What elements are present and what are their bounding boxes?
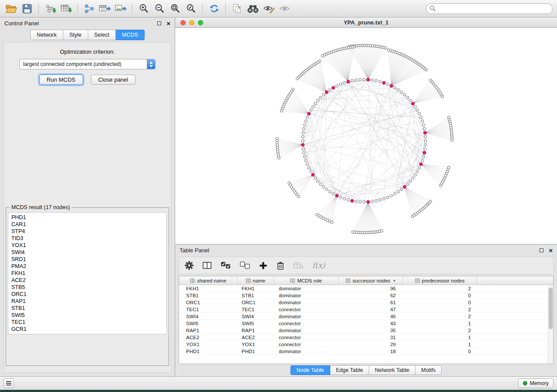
export-image-button[interactable] bbox=[114, 2, 128, 16]
result-node-item[interactable]: SRD1 bbox=[8, 256, 166, 263]
cell-role: dominator bbox=[274, 299, 339, 306]
result-node-item[interactable]: STP4 bbox=[8, 228, 166, 235]
window-maximize-icon[interactable] bbox=[198, 20, 203, 25]
result-node-item[interactable]: STB1 bbox=[8, 305, 166, 312]
result-node-item[interactable]: TID3 bbox=[8, 235, 166, 242]
result-node-item[interactable]: CAR1 bbox=[8, 221, 166, 228]
zoom-in-icon bbox=[138, 3, 149, 14]
delete-column-button[interactable] bbox=[276, 259, 285, 272]
show-columns-button[interactable] bbox=[203, 259, 212, 272]
close-panel-icon[interactable]: × bbox=[549, 247, 553, 254]
network-view-window: YPA_prune.txt_1 bbox=[175, 17, 557, 244]
zoom-fit-button[interactable] bbox=[168, 2, 182, 16]
result-node-item[interactable]: ORC1 bbox=[8, 291, 166, 298]
column-header-shared-name[interactable]: shared name bbox=[179, 276, 238, 285]
eye-disabled-icon bbox=[279, 4, 291, 13]
columns-icon bbox=[203, 261, 212, 269]
result-node-item[interactable]: FKH1 bbox=[8, 270, 166, 277]
unchecked-boxes-icon bbox=[240, 261, 250, 269]
cell-successors: 18 bbox=[339, 348, 403, 355]
tab-network[interactable]: Network bbox=[30, 30, 63, 40]
table-panel-tabs: Node TableEdge TableNetwork TableMotifs bbox=[175, 364, 557, 376]
export-table-button[interactable] bbox=[98, 2, 112, 16]
table-row[interactable]: ORC1ORC1dominator610 bbox=[179, 299, 553, 306]
network-graph-svg bbox=[175, 28, 557, 244]
tab-style[interactable]: Style bbox=[63, 30, 88, 40]
table-row[interactable]: TEC1TEC1connector472 bbox=[179, 306, 553, 313]
result-node-item[interactable]: YOX1 bbox=[8, 242, 166, 249]
cell-successors: 96 bbox=[339, 285, 403, 292]
table-row[interactable]: RAP1RAP1dominator352 bbox=[179, 327, 553, 334]
result-node-item[interactable]: PHD1 bbox=[8, 214, 166, 221]
result-node-item[interactable]: PMA2 bbox=[8, 263, 166, 270]
criterion-select[interactable]: largest connected component (undirected) bbox=[19, 59, 156, 69]
import-network-button[interactable] bbox=[43, 2, 57, 16]
window-minimize-icon[interactable] bbox=[189, 20, 194, 25]
float-panel-icon[interactable] bbox=[157, 21, 161, 25]
annotation-mode-button[interactable] bbox=[262, 2, 276, 16]
cell-successors: 47 bbox=[339, 306, 403, 313]
tab-mcds[interactable]: MCDS bbox=[116, 30, 145, 40]
find-button[interactable] bbox=[246, 2, 260, 16]
column-header-name[interactable]: name bbox=[238, 276, 274, 285]
result-node-item[interactable]: RAP1 bbox=[8, 298, 166, 305]
zoom-out-button[interactable] bbox=[152, 2, 166, 16]
result-node-item[interactable]: SWI4 bbox=[8, 249, 166, 256]
export-network-button[interactable] bbox=[82, 2, 96, 16]
scrollbar-thumb[interactable] bbox=[549, 288, 553, 329]
import-table-button[interactable] bbox=[59, 2, 73, 16]
clone-document-icon bbox=[232, 3, 242, 14]
close-panel-button[interactable]: Close panel bbox=[91, 75, 136, 85]
open-session-button[interactable] bbox=[4, 2, 18, 16]
table-row[interactable]: YOX1YOX1connector291 bbox=[179, 341, 553, 348]
function-builder-button[interactable]: f(x) bbox=[312, 259, 325, 272]
window-close-icon[interactable] bbox=[180, 20, 186, 25]
cell-predecessors: 2 bbox=[403, 313, 477, 320]
zoom-selected-button[interactable] bbox=[184, 2, 198, 16]
tab-node-table[interactable]: Node Table bbox=[291, 365, 330, 375]
table-row[interactable]: SWI4SWI4dominator462 bbox=[179, 313, 553, 320]
import-network-icon bbox=[45, 3, 56, 14]
search-input[interactable] bbox=[426, 3, 553, 14]
memory-button[interactable]: Memory bbox=[518, 378, 554, 388]
table-row[interactable]: ACE2ACE2connector311 bbox=[179, 334, 553, 341]
refresh-icon bbox=[209, 3, 220, 14]
run-mcds-button[interactable]: Run MCDS bbox=[39, 75, 83, 85]
cell-successors: 35 bbox=[339, 327, 403, 334]
select-all-button[interactable] bbox=[221, 259, 231, 272]
tab-edge-table[interactable]: Edge Table bbox=[330, 365, 369, 375]
save-session-button[interactable] bbox=[20, 2, 34, 16]
result-node-item[interactable]: STB5 bbox=[8, 284, 166, 291]
zoom-in-button[interactable] bbox=[137, 2, 151, 16]
apply-layout-button[interactable] bbox=[207, 2, 221, 16]
column-header-predecessor-nodes[interactable]: predecessor nodes bbox=[403, 276, 477, 285]
result-node-item[interactable]: GCR1 bbox=[8, 326, 166, 333]
table-settings-button[interactable] bbox=[184, 259, 194, 272]
table-panel-header: Table Panel × bbox=[175, 244, 557, 256]
table-row[interactable]: PHD1PHD1dominator180 bbox=[179, 348, 553, 355]
table-row[interactable]: STB1STB1dominator620 bbox=[179, 292, 553, 299]
clone-network-button[interactable] bbox=[230, 2, 244, 16]
table-row[interactable]: SWI5SWI5connector431 bbox=[179, 320, 553, 327]
cell-name: SWI5 bbox=[238, 320, 274, 327]
column-header-successor-nodes[interactable]: successor nodes▾ bbox=[339, 276, 403, 285]
tab-motifs[interactable]: Motifs bbox=[415, 365, 442, 375]
close-panel-icon[interactable]: × bbox=[166, 20, 170, 27]
result-node-item[interactable]: SWI5 bbox=[8, 312, 166, 319]
result-node-item[interactable]: TEC1 bbox=[8, 319, 166, 326]
tab-select[interactable]: Select bbox=[88, 30, 116, 40]
table-row[interactable]: FKH1FKH1dominator962 bbox=[179, 285, 553, 292]
tab-network-table[interactable]: Network Table bbox=[369, 365, 415, 375]
zoom-out-icon bbox=[154, 3, 165, 14]
table-scrollbar[interactable] bbox=[548, 285, 553, 364]
network-canvas[interactable] bbox=[175, 28, 557, 244]
task-history-button[interactable] bbox=[3, 378, 14, 388]
column-header-mcds-role[interactable]: MCDS role bbox=[274, 276, 339, 285]
control-panel-title: Control Panel bbox=[4, 20, 39, 27]
result-node-item[interactable]: ACE2 bbox=[8, 277, 166, 284]
show-hide-button[interactable] bbox=[277, 2, 291, 16]
deselect-all-button[interactable] bbox=[240, 259, 250, 272]
add-column-button[interactable] bbox=[259, 259, 267, 272]
float-panel-icon[interactable] bbox=[540, 248, 543, 252]
sort-dropdown-icon[interactable]: ▾ bbox=[393, 279, 395, 283]
